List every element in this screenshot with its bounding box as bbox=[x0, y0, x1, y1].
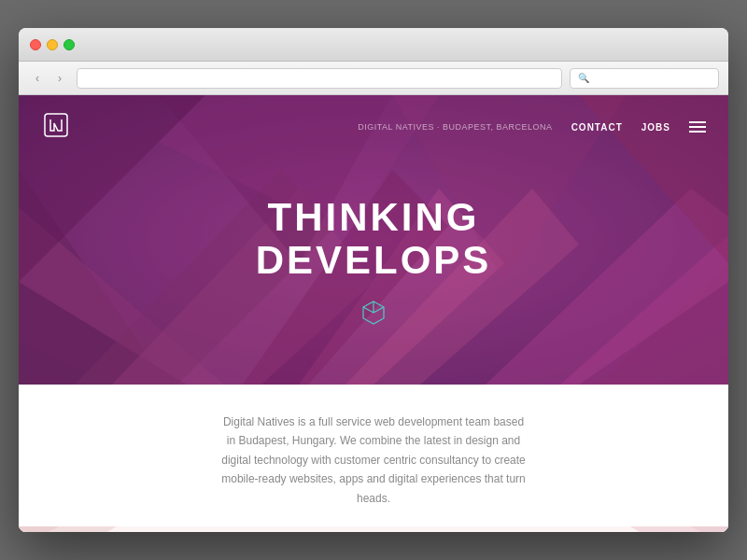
site-nav: DIGITAL NATIVES · BUDAPEST, BARCELONA CO… bbox=[19, 95, 728, 159]
jobs-link[interactable]: JOBS bbox=[641, 122, 670, 133]
address-bar[interactable] bbox=[77, 68, 562, 89]
website-content: DIGITAL NATIVES · BUDAPEST, BARCELONA CO… bbox=[19, 95, 728, 532]
hero-line-1: THINKING bbox=[267, 195, 479, 239]
title-bar bbox=[19, 28, 728, 62]
contact-link[interactable]: CONTACT bbox=[571, 122, 623, 133]
browser-toolbar: ‹ › 🔍 bbox=[19, 62, 728, 95]
body-description: Digital Natives is a full service web de… bbox=[219, 413, 528, 508]
logo[interactable] bbox=[41, 110, 71, 144]
hero-content: THINKING DEVELOPS bbox=[19, 159, 728, 329]
minimize-button[interactable] bbox=[47, 39, 58, 50]
hero-icon bbox=[360, 299, 387, 329]
hero-section: DIGITAL NATIVES · BUDAPEST, BARCELONA CO… bbox=[19, 95, 728, 385]
search-icon: 🔍 bbox=[578, 73, 589, 83]
traffic-lights bbox=[30, 39, 75, 50]
svg-rect-18 bbox=[45, 114, 67, 136]
hamburger-menu[interactable] bbox=[689, 121, 706, 133]
body-section: Digital Natives is a full service web de… bbox=[19, 385, 728, 526]
bottom-section bbox=[19, 526, 728, 532]
nav-tagline: DIGITAL NATIVES · BUDAPEST, BARCELONA bbox=[358, 122, 552, 132]
maximize-button[interactable] bbox=[63, 39, 75, 50]
forward-button[interactable]: › bbox=[50, 69, 69, 88]
hamburger-line-3 bbox=[689, 131, 706, 133]
hamburger-line-2 bbox=[689, 126, 706, 128]
hamburger-line-1 bbox=[689, 121, 706, 123]
hero-line-2: DEVELOPS bbox=[256, 238, 492, 282]
hero-title: THINKING DEVELOPS bbox=[256, 196, 492, 282]
svg-rect-19 bbox=[19, 526, 728, 532]
close-button[interactable] bbox=[30, 39, 41, 50]
back-button[interactable]: ‹ bbox=[28, 69, 47, 88]
nav-buttons: ‹ › bbox=[28, 69, 69, 88]
search-bar[interactable]: 🔍 bbox=[570, 68, 719, 89]
nav-right: DIGITAL NATIVES · BUDAPEST, BARCELONA CO… bbox=[358, 121, 706, 133]
mac-window: ‹ › 🔍 bbox=[19, 28, 728, 532]
